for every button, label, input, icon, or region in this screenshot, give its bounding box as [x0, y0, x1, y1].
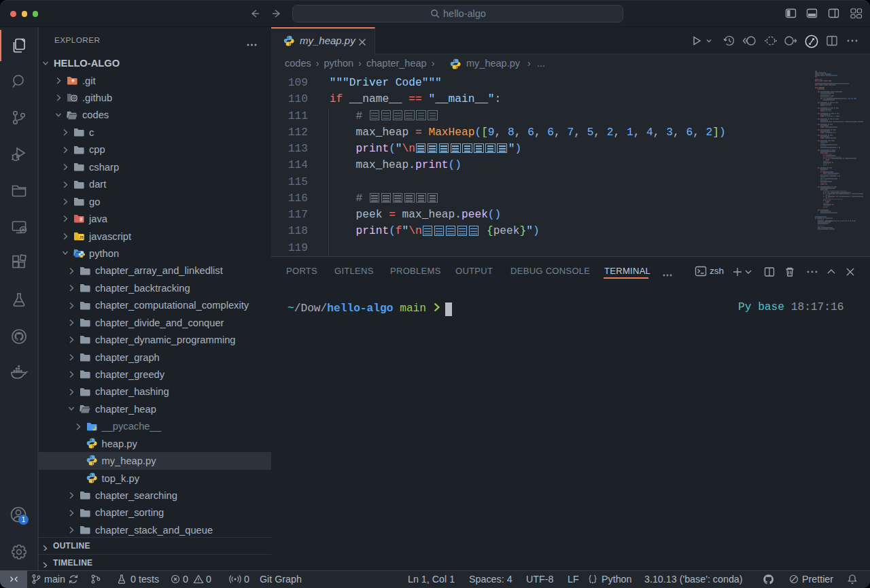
svg-text:JS: JS — [80, 235, 84, 239]
